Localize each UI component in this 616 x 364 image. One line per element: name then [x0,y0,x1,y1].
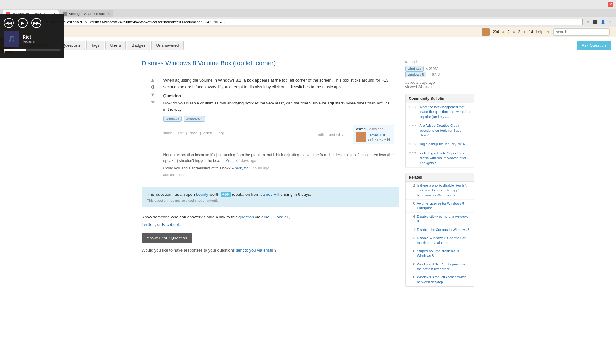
action-flag[interactable]: flag [219,131,224,135]
bounty-link[interactable]: bounty [196,192,208,197]
viewed-label: viewed [405,85,417,89]
ask-question-btn[interactable]: Ask Question [577,41,611,50]
site-search-input[interactable] [553,28,610,36]
action-edit[interactable]: edit [178,131,184,135]
play-btn[interactable]: ▶ [18,18,28,28]
content-area: Dismiss Windows 8 Volume Box (top left c… [142,60,399,287]
related-item-6: 0 Striped Volume problems in Windows 8 [406,247,474,260]
next-btn[interactable]: ▶▶ [31,18,41,28]
tag-windows[interactable]: windows [163,116,182,122]
vote-column: ▲ 0 ▼ ★ 1 [147,77,158,177]
answer-question-btn[interactable]: Answer Your Question [142,233,192,243]
related-item-2: 0 Volume License for Windows 8 Enterpris… [406,200,474,213]
sidebar-tag-windows8[interactable]: windows-8 [405,72,427,77]
bulletin-type-3: meta [409,142,418,147]
bookmark-icon[interactable]: ☆ [585,19,591,25]
volume-label: 6 [4,51,6,55]
vote-up-btn[interactable]: ▲ [150,77,156,83]
asked-label-sidebar: asked [405,80,415,85]
nav-badges[interactable]: Badges [127,41,150,50]
add-comment-link[interactable]: add comment [163,173,394,177]
comment-1-user[interactable]: Ariane [226,158,237,163]
bulletin-link-3[interactable]: Tag cleanup for January 2014 [420,142,465,147]
question-block: ▲ 0 ▼ ★ 1 When adjusting the volume in W… [142,72,399,182]
prev-btn[interactable]: ◀◀ [4,18,14,28]
comments-section: Not a true solution because it's just ru… [163,148,394,177]
comment-2: Could you add a screenshot of this box? … [163,165,394,171]
minimize-btn[interactable]: – [600,2,602,7]
vote-count: 0 [151,84,154,91]
action-delete[interactable]: delete [203,131,213,135]
nav-tags[interactable]: Tags [86,41,104,50]
help-link[interactable]: help [536,30,543,34]
related-score-1: 2 [409,184,415,187]
email-section: Would you like to have responses to your… [142,248,399,253]
tag-windows8[interactable]: windows-8 [184,116,205,122]
share-gplus-link[interactable]: Google+ [273,215,289,219]
nav-unanswered[interactable]: Unanswered [151,41,184,50]
silver-badge-count: 3 [518,30,520,34]
related-score-8: 0 [409,275,415,279]
email-end: ? [274,248,276,253]
favorite-count: 1 [152,106,153,110]
related-link-1[interactable]: is there a way to disable "top left clic… [417,183,471,198]
bulletin-type-4: meta [409,151,418,165]
maximize-btn[interactable]: □ [604,2,606,7]
related-item-8: 0 Windows 8 top left corner switch betwe… [406,273,474,286]
email-link[interactable]: sent to you via email [236,248,273,253]
bulletin-type-2: meta [409,123,418,138]
asked-label: asked [356,127,366,131]
share-section: Know someone who can answer? Share a lin… [142,213,399,228]
related-score-6: 0 [409,249,415,253]
related-link-2[interactable]: Volume License for Windows 8 Enterprise [417,201,471,211]
bulletin-link-4[interactable]: Including a link to Super User profile w… [420,151,471,165]
tab-bar: Dismiss Windows 8 Volum... × Settings - … [0,9,616,17]
sidebar-tags: windows × 21039 windows-8 × 6776 [405,66,474,77]
related-score-3: 6 [409,215,415,218]
site-header: SU superuser Questions Tags Users Badges… [0,37,616,53]
asked-value: 2 days ago [416,80,435,85]
share-question-link[interactable]: question [238,215,254,219]
question-body-text: When adjusting the volume in Windows 8.1… [163,77,394,90]
bulletin-link-1[interactable]: What the heck happened that made the que… [420,105,471,119]
extensions-icon[interactable]: ⬛ [592,19,598,25]
asked-row: asked 2 days ago [405,80,474,85]
gold-badge-count: 2 [507,30,510,34]
action-share[interactable]: share [163,131,172,135]
menu-icon[interactable]: ≡ [607,19,613,25]
related-link-7[interactable]: Windows 8 "Run" not opening in the botto… [417,262,471,272]
vote-down-btn[interactable]: ▼ [150,92,156,98]
bronze-badge-count: 14 [529,30,533,34]
share-via: via [255,215,260,219]
sidebar-tag-windows[interactable]: windows [405,66,424,72]
bounty-box: This question has an open bounty worth +… [142,187,399,207]
nav-users[interactable]: Users [105,41,126,50]
user-account-icon[interactable]: 👤 [600,19,606,25]
share-twitter-link[interactable]: Twitter [142,222,154,227]
question-user-name[interactable]: James Hill [367,133,390,137]
action-close[interactable]: close [190,131,198,135]
tab-close-2[interactable]: × [108,12,110,16]
related-link-6[interactable]: Striped Volume problems in Windows 8 [417,249,471,259]
asked-time: 2 days ago [367,127,383,131]
tab-settings[interactable]: Settings - Search results × [60,10,113,17]
share-facebook-link[interactable]: Facebook [162,222,180,227]
bulletin-link-2[interactable]: Are Adobe Creative Cloud questions on-to… [420,123,471,138]
related-link-3[interactable]: Disable sticky corners in windows 8 [417,214,471,224]
comment-2-text: Could you add a screenshot of this box? [163,166,231,170]
close-btn[interactable]: × [608,2,613,7]
address-bar[interactable] [38,19,583,25]
share-email-link[interactable]: email [261,215,271,219]
related-link-5[interactable]: Disable Windows 8 Charms Bar top-right r… [417,236,471,245]
related-item-1: 2 is there a way to disable "top left cl… [406,182,474,200]
related-link-8[interactable]: Windows 8 top left corner switch between… [417,275,471,285]
volume-bar[interactable] [4,49,61,51]
comment-2-user[interactable]: harrymc [235,166,248,170]
browser-titlebar: – □ × [0,0,616,9]
favorite-btn[interactable]: ★ [151,99,155,105]
related-link-4[interactable]: Disable Hot Corners in Windows 8 [417,228,470,232]
community-bulletin: Community Bulletin meta What the heck ha… [405,94,474,168]
bounty-user-link[interactable]: James Hill [260,192,279,197]
tab-title-2: Settings - Search results [69,12,106,16]
question-actions: share | edit | close | delete | flag [163,131,224,135]
